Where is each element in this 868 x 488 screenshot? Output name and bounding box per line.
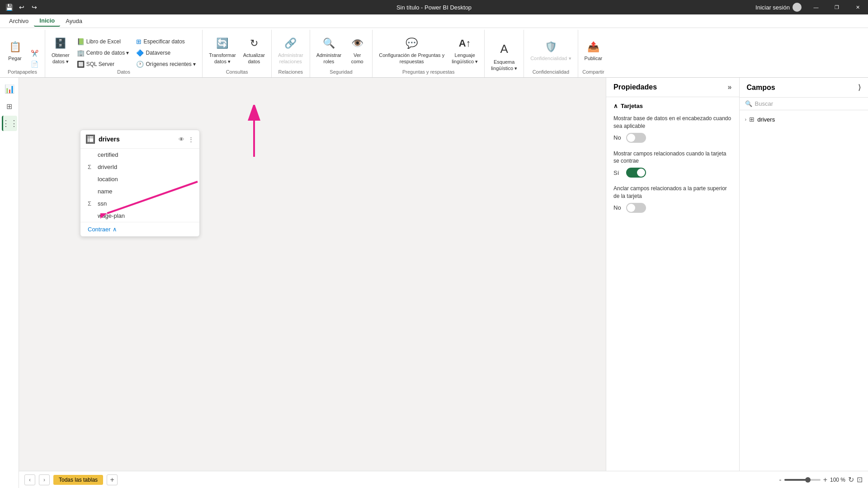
tarjetas-section-title[interactable]: ∧ Tarjetas bbox=[613, 103, 732, 109]
ribbon: 📋 Pegar ✂️ 📄 Portapapeles 🗄️ Obtenerdato… bbox=[0, 28, 868, 78]
ribbon-group-consultas: 🔄 Transformardatos ▾ ↻ Actualizardatos C… bbox=[203, 30, 272, 77]
toggle-row-2: Sí bbox=[613, 168, 732, 178]
administrar-relaciones-button[interactable]: 🔗 Administrarrelaciones bbox=[275, 33, 306, 69]
save-button[interactable]: 💾 bbox=[4, 2, 14, 13]
origenes-recientes-button[interactable]: 🕐 Orígenes recientes ▾ bbox=[133, 59, 198, 69]
property-row-1: Mostrar base de datos en el encabezado c… bbox=[613, 115, 732, 143]
field-name-certified: certified bbox=[98, 151, 118, 158]
search-placeholder: Buscar bbox=[755, 100, 773, 107]
config-preguntas-icon: 💬 bbox=[406, 37, 418, 50]
tree-item-drivers[interactable]: › ⊞ drivers bbox=[740, 114, 868, 125]
toggle-2[interactable] bbox=[626, 168, 646, 178]
toggle-label-3: No bbox=[613, 204, 623, 211]
actualizar-datos-button[interactable]: ↻ Actualizardatos bbox=[241, 33, 268, 69]
sidebar-item-report[interactable]: 📊 bbox=[2, 81, 17, 97]
publicar-icon: 📤 bbox=[587, 41, 599, 54]
zoom-slider[interactable] bbox=[784, 479, 821, 481]
sidebar-item-model[interactable]: ⋮⋮ bbox=[2, 116, 17, 131]
contraer-button[interactable]: Contraer ∧ bbox=[88, 226, 192, 233]
toggle-1[interactable] bbox=[626, 133, 646, 143]
more-options-icon[interactable]: ⋮ bbox=[188, 136, 194, 143]
menu-archivo[interactable]: Archivo bbox=[4, 16, 34, 26]
maximize-button[interactable]: ❐ bbox=[826, 0, 847, 14]
menu-inicio[interactable]: Inicio bbox=[34, 15, 60, 27]
especificar-datos-button[interactable]: ⊞ Especificar datos bbox=[133, 37, 198, 47]
table-name: drivers bbox=[99, 136, 120, 143]
window-title: Sin título - Power BI Desktop bbox=[396, 4, 472, 11]
dataverse-button[interactable]: 🔷 Dataverse bbox=[133, 48, 198, 58]
field-name-driverid: driverId bbox=[98, 164, 117, 170]
config-preguntas-button[interactable]: 💬 Configuración de Preguntas yrespuestas bbox=[376, 33, 447, 69]
copiar-icon: 📄 bbox=[31, 61, 38, 68]
transformar-datos-button[interactable]: 🔄 Transformardatos ▾ bbox=[206, 33, 239, 69]
right-panels: Propiedades » ∧ Tarjetas Mostrar base de… bbox=[606, 78, 868, 471]
fields-title: Campos bbox=[747, 84, 775, 92]
administrar-roles-button[interactable]: 🔍 Administrarroles bbox=[314, 33, 344, 69]
undo-button[interactable]: ↩ bbox=[16, 2, 27, 13]
page-next-button[interactable]: › bbox=[39, 474, 50, 485]
zoom-fit-button[interactable]: ⊡ bbox=[857, 475, 863, 484]
property-label-1: Mostrar base de datos en el encabezado c… bbox=[613, 115, 732, 130]
properties-expand-icon[interactable]: » bbox=[728, 83, 732, 91]
toggle-row-1: No bbox=[613, 133, 732, 143]
search-icon: 🔍 bbox=[745, 100, 752, 107]
field-row-certified[interactable]: Σ certified bbox=[80, 149, 199, 161]
close-button[interactable]: ✕ bbox=[847, 0, 868, 14]
canvas-area: drivers 👁 ⋮ Σ certified Σ driverId Σ loc… bbox=[19, 78, 606, 471]
ribbon-group-seguridad: 🔍 Administrarroles 👁️ Vercomo Seguridad bbox=[310, 30, 373, 77]
lenguaje-button[interactable]: A↑ Lenguajelingüístico ▾ bbox=[449, 33, 481, 69]
lenguaje-icon: A↑ bbox=[459, 37, 471, 50]
fields-expand-icon[interactable]: ⟩ bbox=[858, 83, 861, 92]
libro-excel-icon: 📗 bbox=[77, 38, 85, 45]
consultas-label: Consultas bbox=[206, 69, 268, 75]
menu-ayuda[interactable]: Ayuda bbox=[60, 16, 88, 26]
page-prev-button[interactable]: ‹ bbox=[24, 474, 35, 485]
ribbon-group-portapapeles: 📋 Pegar ✂️ 📄 Portapapeles bbox=[0, 30, 45, 77]
minimize-button[interactable]: — bbox=[806, 0, 826, 14]
svg-rect-4 bbox=[87, 136, 94, 142]
confidencialidad-button[interactable]: 🛡️ Confidencialidad ▾ bbox=[528, 33, 574, 69]
publicar-button[interactable]: 📤 Publicar bbox=[582, 33, 605, 69]
dataverse-icon: 🔷 bbox=[136, 49, 144, 56]
properties-section-tarjetas: ∧ Tarjetas Mostrar base de datos en el e… bbox=[606, 97, 739, 225]
ribbon-group-preguntas: 💬 Configuración de Preguntas yrespuestas… bbox=[373, 30, 485, 77]
zoom-refresh-button[interactable]: ↻ bbox=[848, 475, 854, 484]
sidebar-item-data[interactable]: ⊞ bbox=[2, 99, 17, 114]
tarjetas-chevron: ∧ bbox=[613, 103, 618, 109]
especificar-datos-icon: ⊞ bbox=[136, 38, 142, 45]
table-card-header: drivers 👁 ⋮ bbox=[80, 130, 199, 149]
ribbon-group-confidencialidad: 🛡️ Confidencialidad ▾ Confidencialidad bbox=[524, 30, 578, 77]
pegar-button[interactable]: 📋 Pegar bbox=[4, 33, 26, 69]
copiar-button[interactable]: 📄 bbox=[28, 59, 41, 69]
zoom-minus-button[interactable]: - bbox=[779, 476, 781, 484]
ribbon-group-datos: 🗄️ Obtenerdatos ▾ 📗 Libro de Excel 🏢 Cen… bbox=[45, 30, 203, 77]
signin-button[interactable]: Iniciar sesión bbox=[751, 0, 806, 14]
redo-button[interactable]: ↪ bbox=[29, 2, 40, 13]
tree-label-drivers: drivers bbox=[757, 116, 775, 123]
eye-icon[interactable]: 👁 bbox=[179, 136, 184, 143]
centro-datos-button[interactable]: 🏢 Centro de datos ▾ bbox=[74, 48, 132, 58]
fields-tree: › ⊞ drivers bbox=[740, 110, 868, 128]
field-row-driverid[interactable]: Σ driverId bbox=[80, 161, 199, 173]
fields-panel-header: Campos ⟩ bbox=[740, 78, 868, 98]
transformar-datos-icon: 🔄 bbox=[216, 37, 228, 50]
left-sidebar: 📊 ⊞ ⋮⋮ bbox=[0, 78, 19, 488]
toggle-thumb-1 bbox=[627, 134, 635, 142]
property-row-2: Mostrar campos relacionados cuando la ta… bbox=[613, 150, 732, 178]
sql-server-button[interactable]: 🔲 SQL Server bbox=[74, 59, 132, 69]
toggle-3[interactable] bbox=[626, 203, 646, 213]
property-label-3: Anclar campos relacionados a la parte su… bbox=[613, 185, 732, 200]
toggle-label-2: Sí bbox=[613, 169, 623, 176]
page-tab-all-tables[interactable]: Todas las tablas bbox=[53, 475, 103, 485]
cortar-button[interactable]: ✂️ bbox=[28, 48, 41, 58]
zoom-plus-button[interactable]: + bbox=[823, 476, 827, 484]
obtener-datos-button[interactable]: 🗄️ Obtenerdatos ▾ bbox=[49, 33, 72, 69]
libro-excel-button[interactable]: 📗 Libro de Excel bbox=[74, 37, 132, 47]
fields-panel: Campos ⟩ 🔍 Buscar › ⊞ drivers bbox=[740, 78, 868, 471]
ver-como-button[interactable]: 👁️ Vercomo bbox=[346, 33, 368, 69]
property-label-2: Mostrar campos relacionados cuando la ta… bbox=[613, 150, 732, 165]
fields-search-box[interactable]: 🔍 Buscar bbox=[740, 98, 868, 110]
esquema-button[interactable]: A Esquemalingüístico ▾ bbox=[488, 38, 520, 75]
add-page-button[interactable]: + bbox=[107, 474, 118, 485]
arrow-up-annotation bbox=[241, 105, 268, 159]
